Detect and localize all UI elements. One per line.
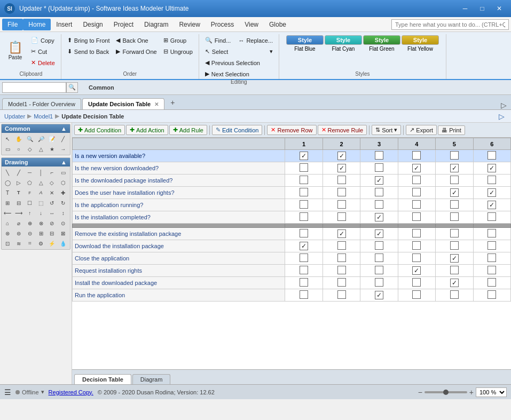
action-checkbox-4-3[interactable]: [412, 278, 421, 287]
condition-cell-5-5[interactable]: [473, 211, 510, 224]
action-checkbox-4-2[interactable]: [375, 278, 383, 287]
action-checkbox-2-5[interactable]: [488, 253, 496, 262]
action-row-2[interactable]: Close the application: [73, 252, 511, 265]
checkbox-1-0[interactable]: [300, 163, 308, 172]
draw-tool-27[interactable]: ↑: [25, 208, 35, 218]
draw-tool-3[interactable]: ─: [25, 168, 35, 177]
print-button[interactable]: 🖶 Print: [438, 125, 465, 135]
tab-update-decision-table[interactable]: Update Decision Table ✕: [82, 98, 164, 109]
group-button[interactable]: ⊞ Group: [161, 35, 195, 45]
action-cell-1-5[interactable]: [473, 240, 510, 252]
action-cell-0-5[interactable]: [473, 228, 510, 240]
draw-tool-20[interactable]: ⊟: [14, 198, 23, 208]
action-cell-5-5[interactable]: [473, 289, 510, 302]
action-cell-0-0[interactable]: [285, 228, 323, 240]
action-checkbox-5-3[interactable]: [412, 290, 421, 299]
action-cell-3-0[interactable]: [285, 265, 323, 277]
style-flat-blue-button[interactable]: Style: [286, 35, 324, 45]
action-cell-3-4[interactable]: [436, 265, 473, 277]
checkbox-3-2[interactable]: [375, 188, 383, 196]
style-flat-cyan-button[interactable]: Style: [325, 35, 362, 45]
condition-cell-5-0[interactable]: [285, 211, 323, 224]
zoom-in-button[interactable]: +: [469, 388, 474, 397]
condition-cell-3-2[interactable]: [360, 187, 398, 199]
bottom-tab-decision-table[interactable]: Decision Table: [74, 374, 131, 384]
draw-tool-18[interactable]: ✚: [58, 188, 68, 197]
condition-cell-4-3[interactable]: [398, 199, 435, 211]
checkbox-0-5[interactable]: [488, 151, 496, 160]
menu-process[interactable]: Process: [206, 19, 239, 30]
breadcrumb-updater[interactable]: Updater: [4, 113, 25, 120]
action-row-5[interactable]: Run the application: [73, 289, 511, 302]
remove-rule-button[interactable]: ✕ Remove Rule: [318, 125, 367, 135]
action-checkbox-4-0[interactable]: [300, 278, 308, 287]
action-checkbox-0-1[interactable]: [337, 229, 346, 238]
send-to-back-button[interactable]: ⬇ Send to Back: [65, 46, 113, 57]
global-search-input[interactable]: [391, 19, 509, 30]
draw-tool-29[interactable]: ↔: [47, 208, 57, 218]
draw-tool-14[interactable]: T: [14, 188, 23, 197]
close-button[interactable]: ✕: [492, 3, 507, 14]
checkbox-4-3[interactable]: [412, 200, 421, 209]
search-button[interactable]: 🔍: [66, 82, 78, 93]
condition-cell-2-0[interactable]: [285, 175, 323, 187]
draw-tool-4[interactable]: │: [36, 168, 46, 177]
action-cell-4-0[interactable]: [285, 277, 323, 289]
checkbox-3-5[interactable]: [488, 188, 496, 197]
checkbox-2-5[interactable]: [488, 176, 496, 184]
common-section-title[interactable]: Common ▲: [2, 124, 70, 133]
action-checkbox-1-2[interactable]: [375, 241, 383, 250]
checkbox-3-0[interactable]: [300, 188, 308, 196]
action-checkbox-2-4[interactable]: [450, 254, 459, 263]
draw-tool-9[interactable]: ⬠: [25, 178, 35, 187]
tool-triangle[interactable]: △: [36, 144, 46, 154]
action-cell-2-0[interactable]: [285, 252, 323, 265]
ungroup-button[interactable]: ⊟ Ungroup: [161, 46, 195, 57]
condition-row-3[interactable]: Does the user have installation rights?: [73, 187, 511, 199]
action-checkbox-2-1[interactable]: [337, 253, 346, 262]
action-checkbox-0-0[interactable]: [300, 229, 308, 237]
menu-review[interactable]: Review: [174, 19, 205, 30]
action-checkbox-5-0[interactable]: [300, 290, 308, 299]
checkbox-2-0[interactable]: [300, 176, 308, 184]
condition-cell-2-1[interactable]: [323, 175, 360, 187]
replace-button[interactable]: ↔ Replace...: [235, 35, 276, 45]
action-checkbox-2-3[interactable]: [412, 253, 421, 262]
condition-cell-4-1[interactable]: [323, 199, 360, 211]
draw-tool-7[interactable]: ◯: [3, 178, 12, 187]
draw-tool-30[interactable]: ↕: [58, 208, 68, 218]
tool-zoom-in[interactable]: 🔍: [25, 134, 35, 144]
checkbox-0-0[interactable]: [300, 152, 308, 160]
condition-cell-0-2[interactable]: [360, 150, 398, 162]
menu-design[interactable]: Design: [77, 19, 108, 30]
draw-tool-40[interactable]: ⊞: [36, 228, 46, 238]
menu-home[interactable]: Home: [23, 19, 51, 30]
action-checkbox-1-5[interactable]: [488, 241, 496, 250]
menu-project[interactable]: Project: [108, 19, 139, 30]
condition-cell-0-3[interactable]: [398, 150, 435, 162]
draw-tool-28[interactable]: ↓: [36, 208, 46, 218]
action-cell-5-1[interactable]: [323, 289, 360, 302]
condition-cell-1-0[interactable]: [285, 162, 323, 175]
tool-note[interactable]: 📝: [47, 134, 57, 144]
condition-cell-3-0[interactable]: [285, 187, 323, 199]
condition-cell-3-5[interactable]: [473, 187, 510, 199]
action-row-0[interactable]: Remove the existing installation package: [73, 228, 511, 240]
action-cell-3-2[interactable]: [360, 265, 398, 277]
action-cell-2-3[interactable]: [398, 252, 435, 265]
action-cell-3-5[interactable]: [473, 265, 510, 277]
checkbox-3-1[interactable]: [337, 188, 346, 196]
delete-button[interactable]: ✕ Delete: [28, 58, 58, 68]
draw-tool-12[interactable]: ⬡: [58, 178, 68, 187]
draw-tool-2[interactable]: ╱: [14, 168, 23, 177]
draw-tool-1[interactable]: ╲: [3, 168, 12, 177]
draw-tool-36[interactable]: ⊙: [58, 218, 68, 228]
condition-cell-3-1[interactable]: [323, 187, 360, 199]
tab-close-icon[interactable]: ✕: [154, 101, 159, 107]
tool-zoom-out[interactable]: 🔎: [36, 134, 46, 144]
action-checkbox-3-3[interactable]: [412, 266, 421, 275]
tab-folder-overview[interactable]: Model1 - Folder Overview: [2, 98, 81, 109]
condition-row-2[interactable]: Is the downloaded package installed?: [73, 175, 511, 187]
condition-cell-0-1[interactable]: [323, 150, 360, 162]
edit-condition-button[interactable]: ✎ Edit Condition: [212, 125, 263, 135]
